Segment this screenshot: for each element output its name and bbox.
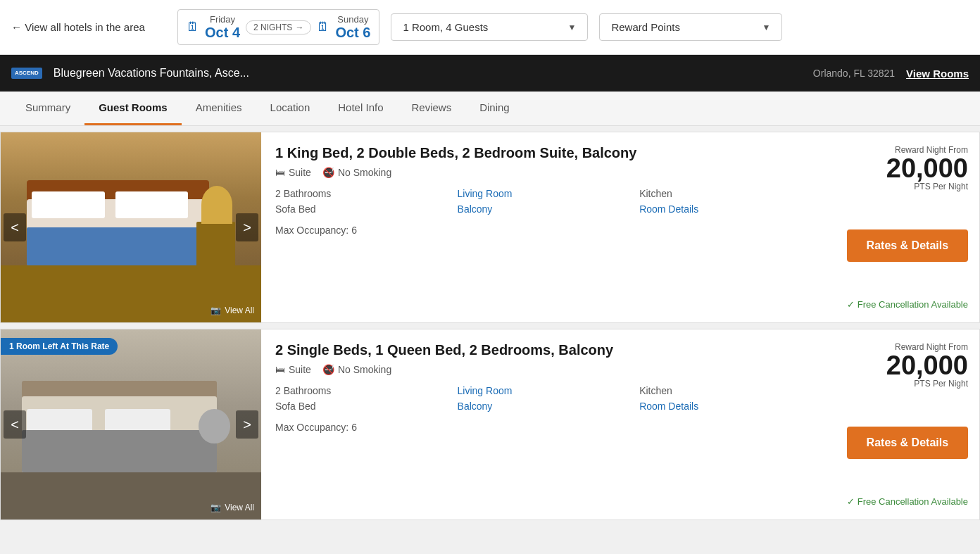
hotel-name: Bluegreen Vacations Fountains, Asce... — [54, 67, 802, 80]
date-selector[interactable]: 🗓 Friday Oct 4 2 NIGHTS → 🗓 Sunday Oct 6 — [177, 9, 379, 45]
feature-link[interactable]: Living Room — [458, 385, 513, 396]
view-all-photos[interactable]: 📷View All — [211, 503, 254, 512]
points-value: 20,000 — [886, 155, 968, 182]
checkin-label: Friday — [210, 14, 235, 25]
feature-item[interactable]: Balcony — [458, 401, 640, 412]
rates-details-button[interactable]: Rates & Details — [847, 229, 968, 262]
nights-label: 2 NIGHTS — [253, 23, 292, 32]
tab-summary[interactable]: Summary — [11, 92, 84, 125]
image-prev-button[interactable]: < — [4, 213, 26, 241]
hotel-location: Orlando, FL 32821 — [813, 68, 895, 79]
room-card-room2: 1 Room Left At This Rate<>📷View All2 Sin… — [0, 329, 980, 520]
room-guests-selector[interactable]: 1 Room, 4 Guests ▼ — [391, 13, 588, 41]
view-all-photos[interactable]: 📷View All — [211, 306, 254, 315]
feature-item: Kitchen — [639, 188, 822, 199]
feature-link[interactable]: Room Details — [639, 401, 698, 412]
pts-per-night: PTS Per Night — [886, 379, 968, 389]
rates-details-button[interactable]: Rates & Details — [847, 427, 968, 459]
suite-label: Suite — [289, 364, 311, 375]
feature-link[interactable]: Living Room — [458, 188, 513, 199]
room-features: 2 BathroomsLiving RoomKitchenSofa BedBal… — [275, 188, 822, 215]
ascend-badge: ASCEND — [11, 68, 42, 79]
max-occupancy: Max Occupancy: 6 — [275, 225, 822, 236]
room-pricing-room2: Reward Night From 20,000 PTS Per Night R… — [836, 329, 979, 520]
feature-item[interactable]: Living Room — [458, 188, 640, 199]
room-badges: 🛏 Suite 🚭 No Smoking — [275, 364, 822, 375]
feature-item: Kitchen — [639, 385, 822, 396]
max-occupancy: Max Occupancy: 6 — [275, 422, 822, 433]
smoking-badge: 🚭 No Smoking — [322, 364, 391, 375]
checkout-date: Oct 6 — [335, 25, 370, 40]
free-cancellation: ✓ Free Cancellation Available — [847, 299, 968, 310]
checkin-calendar-icon: 🗓 — [187, 20, 199, 34]
check-icon: ✓ — [847, 496, 855, 507]
room-title: 2 Single Beds, 1 Queen Bed, 2 Bedrooms, … — [275, 342, 822, 358]
feature-item: 2 Bathrooms — [275, 385, 458, 396]
room-title: 1 King Bed, 2 Double Beds, 2 Bedroom Sui… — [275, 145, 822, 161]
feature-item[interactable]: Balcony — [458, 203, 640, 215]
view-rooms-link[interactable]: View Rooms — [906, 68, 969, 80]
feature-item: Sofa Bed — [275, 401, 458, 412]
room-features: 2 BathroomsLiving RoomKitchenSofa BedBal… — [275, 385, 822, 412]
feature-link[interactable]: Balcony — [458, 401, 493, 412]
feature-link[interactable]: Balcony — [458, 203, 493, 215]
feature-item: Sofa Bed — [275, 203, 458, 215]
feature-item[interactable]: Room Details — [639, 203, 822, 215]
tab-reviews[interactable]: Reviews — [398, 92, 466, 125]
tab-dining[interactable]: Dining — [465, 92, 524, 125]
free-cancel-label: Free Cancellation Available — [857, 299, 968, 310]
tab-guest-rooms[interactable]: Guest Rooms — [84, 92, 182, 125]
checkin-date: Oct 4 — [205, 25, 240, 40]
bed-icon: 🛏 — [275, 167, 285, 178]
image-next-button[interactable]: > — [236, 410, 258, 439]
no-smoking-icon: 🚭 — [322, 167, 334, 178]
room-badges: 🛏 Suite 🚭 No Smoking — [275, 167, 822, 178]
room-info-room1: 1 King Bed, 2 Double Beds, 2 Bedroom Sui… — [261, 132, 836, 322]
smoking-label: No Smoking — [338, 167, 391, 178]
image-next-button[interactable]: > — [236, 213, 258, 241]
feature-item[interactable]: Living Room — [458, 385, 640, 396]
suite-label: Suite — [289, 167, 311, 178]
image-prev-button[interactable]: < — [4, 410, 26, 439]
nights-pill: 2 NIGHTS → — [246, 20, 311, 34]
reward-chevron: ▼ — [762, 23, 771, 32]
feature-item[interactable]: Room Details — [639, 401, 822, 412]
free-cancellation: ✓ Free Cancellation Available — [847, 496, 968, 507]
pts-per-night: PTS Per Night — [886, 182, 968, 191]
room-list: <>📷View All1 King Bed, 2 Double Beds, 2 … — [0, 132, 980, 520]
tab-hotel-info[interactable]: Hotel Info — [324, 92, 397, 125]
availability-badge: 1 Room Left At This Rate — [1, 338, 118, 355]
suite-badge: 🛏 Suite — [275, 364, 311, 375]
feature-link[interactable]: Room Details — [639, 203, 698, 215]
checkout-label: Sunday — [337, 14, 368, 25]
smoking-label: No Smoking — [338, 364, 391, 375]
room-info-room2: 2 Single Beds, 1 Queen Bed, 2 Bedrooms, … — [261, 329, 836, 520]
room-image-area-room2: 1 Room Left At This Rate<>📷View All — [1, 329, 261, 520]
no-smoking-icon: 🚭 — [322, 364, 334, 375]
hotel-header: ASCEND Bluegreen Vacations Fountains, As… — [0, 55, 980, 92]
tab-amenities[interactable]: Amenities — [182, 92, 256, 125]
free-cancel-label: Free Cancellation Available — [857, 496, 968, 507]
room-pricing-room1: Reward Night From 20,000 PTS Per Night R… — [836, 132, 979, 322]
checkin-date-box: Friday Oct 4 — [205, 14, 240, 40]
smoking-badge: 🚭 No Smoking — [322, 167, 391, 178]
top-bar: ← View all hotels in the area 🗓 Friday O… — [0, 0, 980, 55]
bed-icon: 🛏 — [275, 364, 285, 375]
checkout-calendar-icon: 🗓 — [317, 20, 329, 34]
back-link[interactable]: ← View all hotels in the area — [11, 21, 166, 33]
suite-badge: 🛏 Suite — [275, 167, 311, 178]
check-icon: ✓ — [847, 299, 855, 310]
room-guests-label: 1 Room, 4 Guests — [403, 21, 488, 33]
reward-points-label: Reward Points — [611, 21, 680, 33]
room-image-area-room1: <>📷View All — [1, 132, 261, 322]
feature-item: 2 Bathrooms — [275, 188, 458, 199]
arrow-right: → — [295, 23, 303, 32]
tab-location[interactable]: Location — [256, 92, 325, 125]
room-guests-chevron: ▼ — [568, 23, 577, 32]
nav-tabs: SummaryGuest RoomsAmenitiesLocationHotel… — [0, 92, 980, 126]
points-value: 20,000 — [886, 352, 968, 379]
room-card-room1: <>📷View All1 King Bed, 2 Double Beds, 2 … — [0, 132, 980, 323]
reward-points-selector[interactable]: Reward Points ▼ — [599, 13, 782, 41]
checkout-date-box: Sunday Oct 6 — [335, 14, 370, 40]
